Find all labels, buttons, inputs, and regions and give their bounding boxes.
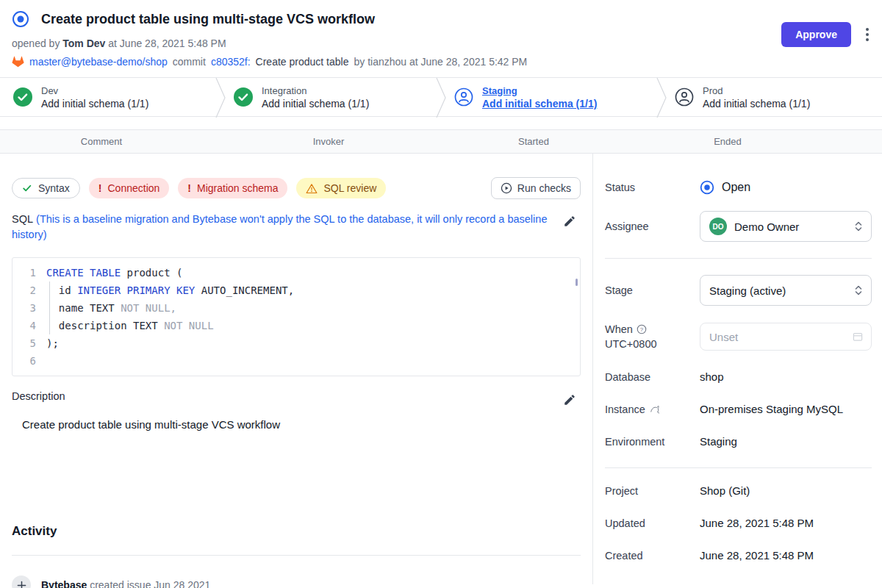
stage-person-icon [675, 87, 694, 107]
line-number: 1 [12, 264, 46, 282]
status-open-icon [700, 180, 714, 195]
check-badge-syntax[interactable]: Syntax [12, 178, 80, 198]
instance-label: Instance [605, 404, 645, 415]
sql-editor[interactable]: 1CREATE TABLE product (2 id INTEGER PRIM… [12, 257, 581, 376]
editor-scrollbar[interactable] [576, 279, 578, 286]
activity-divider [12, 555, 581, 556]
sidebar-divider [605, 467, 872, 468]
line-number: 3 [12, 299, 46, 317]
pipeline-stage-staging[interactable]: StagingAdd initial schema (1/1) [441, 78, 662, 116]
updated-label: Updated [605, 517, 700, 529]
code-line: 3 name TEXT NOT NULL, [12, 299, 580, 317]
activity-actor: Bytebase [41, 579, 87, 588]
created-label: Created [605, 550, 700, 562]
stage-task-link[interactable]: Add initial schema (1/1) [482, 98, 597, 110]
task-column-header-invoker: Invoker [203, 136, 454, 147]
run-checks-button[interactable]: Run checks [491, 177, 581, 199]
check-badge-migration-schema[interactable]: !Migration schema [178, 178, 287, 198]
check-badge-label: Migration schema [197, 182, 279, 194]
pipeline-stage-dev[interactable]: DevAdd initial schema (1/1) [0, 78, 220, 116]
opened-by-line: opened by Tom Dev at June 28, 2021 5:48 … [12, 37, 870, 49]
database-label: Database [605, 371, 700, 383]
check-badge-label: SQL review [323, 182, 376, 194]
environment-row: Environment Staging [605, 435, 872, 448]
commit-message: Create product table [256, 56, 349, 68]
more-actions-menu-icon[interactable] [863, 25, 872, 44]
assignee-label: Assignee [605, 220, 700, 232]
stage-task-link[interactable]: Add initial schema (1/1) [703, 98, 810, 110]
stage-select[interactable]: Staging (active) [700, 275, 872, 306]
when-date-input[interactable]: Unset [700, 323, 872, 351]
instance-value: On-premises Staging MySQL [700, 403, 872, 415]
code-line: 2 id INTEGER PRIMARY KEY AUTO_INCREMENT, [12, 282, 580, 299]
help-icon[interactable]: ? [637, 324, 647, 334]
database-value: shop [700, 370, 872, 383]
stage-name: Integration [262, 85, 369, 96]
line-number: 2 [12, 282, 46, 299]
stage-task-link[interactable]: Add initial schema (1/1) [41, 98, 148, 110]
stage-name: Dev [41, 85, 148, 96]
pipeline-stage-integration[interactable]: IntegrationAdd initial schema (1/1) [220, 78, 441, 116]
when-timezone: UTC+0800 [605, 338, 657, 350]
edit-description-icon[interactable] [563, 393, 576, 406]
stage-done-icon [13, 87, 32, 107]
when-placeholder: Unset [709, 331, 738, 343]
gitlab-icon [12, 56, 24, 68]
vcs-commit-line: master@bytebase-demo/shop commit c80352f… [12, 56, 870, 68]
check-badge-connection[interactable]: !Connection [89, 178, 170, 198]
issue-header: Create product table using multi-stage V… [0, 0, 882, 68]
opened-by-name: Tom Dev [62, 37, 105, 49]
approve-button[interactable]: Approve [781, 22, 851, 47]
edit-sql-icon[interactable] [563, 215, 576, 228]
task-column-header-comment: Comment [0, 136, 203, 147]
warning-triangle-icon [306, 183, 318, 194]
calendar-icon [852, 331, 864, 343]
stage-row: Stage Staging (active) [605, 275, 872, 306]
main-column: Syntax!Connection!Migration schemaSQL re… [0, 154, 592, 584]
activity-list: Bytebase created issue Jun 28 2021 [12, 576, 581, 588]
task-column-header-ended: Ended [613, 136, 842, 147]
stage-person-icon [454, 87, 473, 107]
database-row: Database shop [605, 370, 872, 383]
check-badge-label: Connection [107, 182, 159, 194]
check-badge-sql-review[interactable]: SQL review [296, 178, 386, 198]
branch-repo-link[interactable]: master@bytebase-demo/shop [29, 56, 168, 68]
sidebar-divider [605, 258, 872, 259]
check-icon [22, 183, 32, 193]
mysql-dolphin-icon [650, 404, 662, 415]
environment-value: Staging [700, 435, 872, 448]
created-value: June 28, 2021 5:48 PM [700, 549, 872, 562]
page-title: Create product table using multi-stage V… [41, 12, 375, 27]
activity-heading: Activity [12, 524, 581, 539]
code-line: 5); [12, 334, 580, 352]
check-badges-row: Syntax!Connection!Migration schemaSQL re… [12, 177, 581, 199]
line-number: 6 [12, 352, 46, 370]
error-exclamation: ! [187, 182, 191, 194]
assignee-row: Assignee DO Demo Owner [605, 211, 872, 242]
error-exclamation: ! [98, 182, 102, 194]
description-section-header: Description [12, 390, 581, 402]
when-label: When [605, 322, 633, 337]
assignee-avatar: DO [709, 218, 727, 235]
task-column-header-started: Started [454, 136, 613, 147]
description-text[interactable]: Create product table using multi-stage V… [12, 418, 581, 514]
stage-name: Prod [703, 85, 810, 96]
status-label: Status [605, 182, 700, 193]
chevron-updown-icon [853, 284, 864, 297]
pipeline-stage-prod[interactable]: ProdAdd initial schema (1/1) [662, 78, 882, 116]
updated-value: June 28, 2021 5:48 PM [700, 517, 872, 529]
when-row: When ? UTC+0800 Unset [605, 322, 872, 351]
stage-task-link[interactable]: Add initial schema (1/1) [262, 98, 369, 110]
run-checks-label: Run checks [517, 182, 571, 194]
issue-sidebar: Status Open Assignee DO Demo Owner [592, 154, 882, 584]
indent-guide [49, 282, 50, 334]
assignee-value: Demo Owner [734, 220, 799, 233]
code-line: 1CREATE TABLE product ( [12, 264, 580, 282]
stage-value: Staging (active) [709, 284, 786, 297]
play-circle-icon [501, 182, 512, 194]
plus-icon [12, 576, 31, 588]
chevron-updown-icon [853, 220, 864, 233]
assignee-select[interactable]: DO Demo Owner [700, 211, 872, 242]
code-line: 4 description TEXT NOT NULL [12, 317, 580, 334]
commit-hash-link[interactable]: c80352f: [211, 56, 251, 68]
